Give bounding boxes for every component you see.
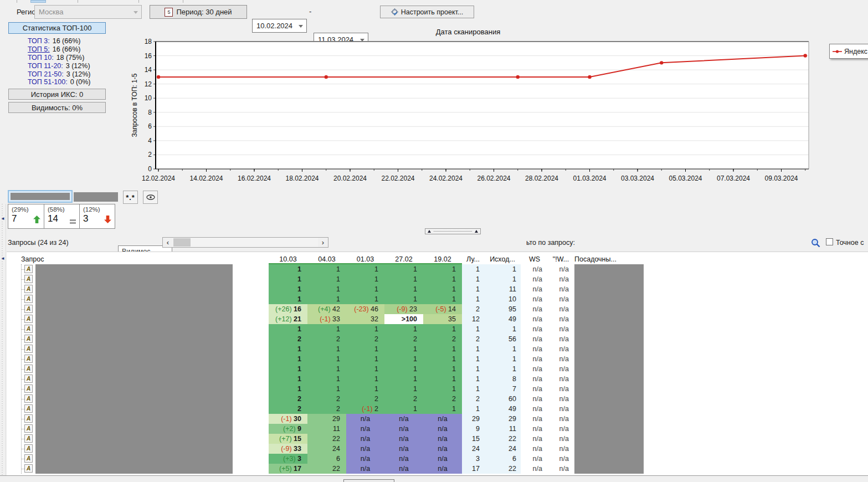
position-cell[interactable]: 1	[269, 384, 307, 394]
position-cell[interactable]: n/a	[346, 454, 384, 464]
position-cell[interactable]: 1	[346, 374, 384, 384]
position-cell[interactable]: n/a	[423, 414, 462, 424]
best-position-cell[interactable]: 17	[462, 464, 484, 474]
position-cell[interactable]: n/a	[384, 454, 423, 464]
position-cell[interactable]: (-1) 30	[269, 414, 307, 424]
position-cell[interactable]: 1	[346, 344, 384, 354]
position-cell[interactable]: 1	[307, 294, 346, 304]
initial-position-cell[interactable]: 8	[484, 374, 521, 384]
ws-cell[interactable]: n/a	[521, 464, 548, 474]
query-type-icon[interactable]: A	[24, 394, 33, 403]
position-cell[interactable]: 1	[346, 274, 384, 284]
initial-position-cell[interactable]: 95	[484, 304, 521, 314]
query-type-icon[interactable]: A	[24, 384, 33, 393]
position-cell[interactable]: 2	[423, 394, 462, 404]
position-cell[interactable]: 2	[269, 404, 307, 414]
initial-position-cell[interactable]: 1	[484, 354, 521, 364]
position-cell[interactable]: >100	[384, 314, 423, 324]
position-cell[interactable]: 1	[423, 324, 462, 334]
position-cell[interactable]: 1	[346, 324, 384, 334]
position-cell[interactable]: (-5) 14	[423, 304, 462, 314]
position-cell[interactable]: 6	[307, 454, 346, 464]
query-type-icon[interactable]: A	[24, 375, 33, 383]
position-cell[interactable]: 1	[346, 384, 384, 394]
position-cell[interactable]: n/a	[423, 444, 462, 454]
position-cell[interactable]: 1	[307, 374, 346, 384]
position-cell[interactable]: 2	[384, 394, 423, 404]
position-cell[interactable]: 1	[384, 354, 423, 364]
position-cell[interactable]: n/a	[346, 434, 384, 444]
position-cell[interactable]: n/a	[346, 424, 384, 434]
position-cell[interactable]: 2	[307, 394, 346, 404]
initial-position-cell[interactable]: 22	[484, 464, 521, 474]
position-cell[interactable]: 1	[384, 404, 423, 414]
initial-position-cell[interactable]: 22	[484, 434, 521, 444]
query-type-icon[interactable]: A	[24, 454, 33, 463]
position-cell[interactable]: 1	[384, 374, 423, 384]
position-cell[interactable]: 1	[307, 274, 346, 284]
position-cell[interactable]: (+3) 3	[269, 454, 307, 464]
query-type-icon[interactable]: A	[24, 434, 33, 443]
position-cell[interactable]: 1	[423, 404, 462, 414]
initial-position-cell[interactable]: 60	[484, 394, 521, 404]
iw-cell[interactable]: n/a	[548, 304, 573, 314]
best-position-cell[interactable]: 1	[462, 364, 484, 374]
position-cell[interactable]: 1	[269, 354, 307, 364]
ws-cell[interactable]: n/a	[521, 284, 548, 294]
ws-cell[interactable]: n/a	[521, 264, 548, 274]
iw-cell[interactable]: n/a	[548, 264, 573, 274]
query-type-icon[interactable]: A	[24, 335, 33, 343]
ws-cell[interactable]: n/a	[521, 314, 548, 324]
position-cell[interactable]: (-9) 23	[384, 304, 423, 314]
ws-column-header[interactable]: WS	[521, 254, 548, 264]
position-cell[interactable]: 11	[307, 424, 346, 434]
ws-cell[interactable]: n/a	[521, 274, 548, 284]
position-cell[interactable]: (-1) 2	[346, 404, 384, 414]
initial-position-cell[interactable]: 1	[484, 344, 521, 354]
ws-cell[interactable]: n/a	[521, 404, 548, 414]
best-position-cell[interactable]: 2	[462, 394, 484, 404]
position-cell[interactable]: n/a	[346, 444, 384, 454]
ws-cell[interactable]: n/a	[521, 324, 548, 334]
position-cell[interactable]: n/a	[346, 464, 384, 474]
position-cell[interactable]: 1	[307, 364, 346, 374]
best-position-cell[interactable]: 15	[462, 434, 484, 444]
ws-cell[interactable]: n/a	[521, 384, 548, 394]
iw-cell[interactable]: n/a	[548, 334, 573, 344]
position-cell[interactable]: n/a	[384, 414, 423, 424]
position-cell[interactable]: (+2) 9	[269, 424, 307, 434]
best-position-cell[interactable]: 1	[462, 374, 484, 384]
position-cell[interactable]: 1	[269, 294, 307, 304]
position-cell[interactable]: (-1) 33	[307, 314, 346, 324]
query-type-icon[interactable]: A	[24, 464, 33, 473]
initial-position-cell[interactable]: 1	[484, 364, 521, 374]
iw-cell[interactable]: n/a	[548, 394, 573, 404]
position-cell[interactable]: 1	[269, 274, 307, 284]
position-cell[interactable]: 22	[307, 434, 346, 444]
initial-position-cell[interactable]: 1	[484, 264, 521, 274]
position-cell[interactable]: n/a	[423, 424, 462, 434]
iw-cell[interactable]: n/a	[548, 454, 573, 464]
iw-cell[interactable]: n/a	[548, 374, 573, 384]
position-cell[interactable]: 1	[423, 344, 462, 354]
position-cell[interactable]: 1	[307, 324, 346, 334]
initial-position-cell[interactable]: 6	[484, 454, 521, 464]
best-position-cell[interactable]: 1	[462, 344, 484, 354]
date-column-header[interactable]: 10.03	[269, 254, 307, 264]
position-cell[interactable]: 1	[269, 344, 307, 354]
position-cell[interactable]: 1	[423, 274, 462, 284]
initial-position-cell[interactable]: 7	[484, 384, 521, 394]
position-cell[interactable]: 2	[307, 404, 346, 414]
position-cell[interactable]: 2	[269, 394, 307, 404]
initial-position-cell[interactable]: 29	[484, 414, 521, 424]
position-cell[interactable]: 1	[269, 374, 307, 384]
iw-cell[interactable]: n/a	[548, 434, 573, 444]
query-type-icon[interactable]: A	[24, 285, 33, 293]
position-cell[interactable]: 1	[384, 344, 423, 354]
position-cell[interactable]: (+7) 15	[269, 434, 307, 444]
position-cell[interactable]: (+4) 42	[307, 304, 346, 314]
position-cell[interactable]: n/a	[423, 454, 462, 464]
bottom-partial-button[interactable]	[343, 479, 394, 482]
iw-cell[interactable]: n/a	[548, 364, 573, 374]
position-cell[interactable]: 1	[423, 364, 462, 374]
